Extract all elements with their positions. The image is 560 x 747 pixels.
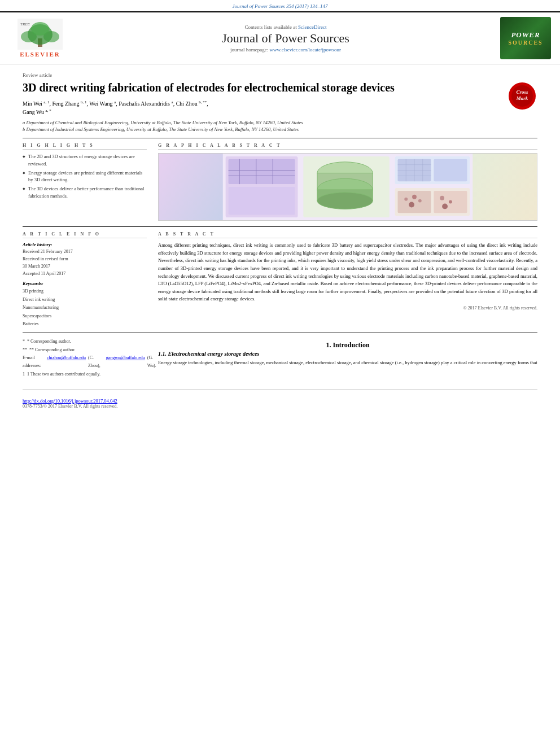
svg-point-37 bbox=[404, 198, 408, 201]
divider-2 bbox=[23, 226, 537, 227]
email1-link[interactable]: chizhou@buffalo.edu bbox=[47, 354, 86, 370]
journal-header-center: Contents lists available at ScienceDirec… bbox=[80, 24, 491, 53]
revised-label: Received in revised form bbox=[23, 256, 147, 263]
elsevier-logo: TREE ELSEVIER bbox=[9, 19, 71, 58]
received-date: Received 21 February 2017 bbox=[23, 248, 147, 256]
corresponding-1: ** Corresponding author. bbox=[23, 338, 147, 346]
svg-point-42 bbox=[449, 200, 452, 204]
crossmark-badge[interactable]: Cross Mark bbox=[506, 80, 537, 111]
svg-point-24 bbox=[317, 193, 373, 209]
crossmark-icon: Cross Mark bbox=[509, 82, 536, 110]
revised-date: 30 March 2017 bbox=[23, 263, 147, 270]
svg-rect-18 bbox=[229, 187, 295, 215]
highlights-column: H I G H L I G H T S The 2D and 3D struct… bbox=[23, 143, 147, 221]
footer-section: ** Corresponding author. **** Correspond… bbox=[23, 338, 537, 378]
email2-link[interactable]: gangwu@buffalo.edu bbox=[106, 354, 145, 370]
keyword-2: Direct ink writing bbox=[23, 296, 147, 304]
svg-point-43 bbox=[442, 204, 448, 209]
svg-text:TREE: TREE bbox=[20, 22, 30, 27]
keyword-5: Batteries bbox=[23, 320, 147, 328]
svg-point-5 bbox=[31, 22, 49, 36]
keywords-content: 3D printing Direct ink writing Nanomanuf… bbox=[23, 287, 147, 328]
keywords-label: Keywords: bbox=[23, 281, 147, 286]
article-info-column: A R T I C L E I N F O Article history: R… bbox=[23, 231, 147, 328]
intro-text: Energy storage technologies, including t… bbox=[158, 359, 537, 367]
accepted-date: Accepted 11 April 2017 bbox=[23, 270, 147, 278]
article-history-label: Article history: bbox=[23, 242, 147, 247]
authors-line: Min Wei a, 1, Feng Zhang b, 1, Wei Wang … bbox=[23, 99, 537, 117]
ps-logo-power: POWER bbox=[511, 30, 540, 40]
divider-3 bbox=[23, 333, 537, 333]
highlights-list: The 2D and 3D structures of energy stora… bbox=[23, 153, 147, 200]
affiliation-b: b Department of Industrial and Systems E… bbox=[23, 126, 537, 133]
intro-subsection: 1.1. Electrochemical energy storage devi… bbox=[158, 351, 537, 357]
issn-line: 0378-7753/© 2017 Elsevier B.V. All right… bbox=[23, 404, 537, 409]
email-line: E-mail addresses: chizhou@buffalo.edu (C… bbox=[23, 354, 147, 370]
journal-header: TREE ELSEVIER Contents lists available a… bbox=[0, 11, 560, 64]
svg-point-38 bbox=[412, 195, 417, 199]
graphical-abstract-image bbox=[158, 153, 537, 221]
article-history-content: Received 21 February 2017 Received in re… bbox=[23, 248, 147, 277]
graphical-abstract-column: G R A P H I C A L A B S T R A C T bbox=[158, 143, 537, 221]
article-info-abstract-section: A R T I C L E I N F O Article history: R… bbox=[23, 231, 537, 328]
svg-rect-35 bbox=[398, 191, 431, 213]
svg-point-40 bbox=[409, 202, 414, 208]
doi-issn-section: http://dx.doi.org/10.1016/j.jpowsour.201… bbox=[23, 390, 537, 409]
highlight-item: Energy storage devices are printed using… bbox=[23, 169, 147, 184]
elsevier-tree-icon: TREE bbox=[18, 19, 63, 50]
divider-1 bbox=[23, 138, 537, 138]
svg-text:Cross: Cross bbox=[516, 89, 528, 95]
footer-notes: ** Corresponding author. **** Correspond… bbox=[23, 338, 147, 378]
abstract-text: Among different printing techniques, dir… bbox=[158, 242, 537, 303]
power-sources-logo: POWER SOURCES bbox=[500, 17, 551, 59]
affiliations: a Department of Chemical and Biological … bbox=[23, 119, 537, 134]
paper-title: 3D direct writing fabrication of electro… bbox=[23, 80, 537, 95]
svg-rect-12 bbox=[229, 159, 295, 184]
keyword-3: Nanomanufacturing bbox=[23, 304, 147, 312]
affiliation-a: a Department of Chemical and Biological … bbox=[23, 119, 537, 126]
abstract-column: A B S T R A C T Among different printing… bbox=[158, 231, 537, 328]
svg-text:Mark: Mark bbox=[515, 95, 528, 101]
highlights-graphical-section: H I G H L I G H T S The 2D and 3D struct… bbox=[23, 143, 537, 221]
svg-point-41 bbox=[440, 196, 444, 200]
homepage-link[interactable]: www.elsevier.com/locate/jpowsour bbox=[270, 47, 341, 53]
keyword-4: Supercapacitors bbox=[23, 312, 147, 320]
journal-reference: Journal of Power Sources 354 (2017) 134–… bbox=[0, 0, 560, 11]
sciencedirect-anchor[interactable]: ScienceDirect bbox=[298, 24, 326, 30]
journal-title: Journal of Power Sources bbox=[80, 31, 491, 46]
corresponding-2: **** Corresponding author. bbox=[23, 346, 147, 354]
abstract-header: A B S T R A C T bbox=[158, 231, 537, 238]
journal-homepage: journal homepage: www.elsevier.com/locat… bbox=[80, 47, 491, 53]
footnote1: 11 These two authors contributed equally… bbox=[23, 370, 147, 378]
keyword-1: 3D printing bbox=[23, 287, 147, 295]
doi-link[interactable]: http://dx.doi.org/10.1016/j.jpowsour.201… bbox=[23, 398, 537, 404]
svg-rect-27 bbox=[434, 159, 467, 181]
elsevier-label: ELSEVIER bbox=[20, 51, 60, 58]
article-type: Review article bbox=[23, 72, 537, 78]
sciencedirect-link: Contents lists available at ScienceDirec… bbox=[80, 24, 491, 30]
graphical-abstract-header: G R A P H I C A L A B S T R A C T bbox=[158, 143, 537, 150]
introduction-section: 1. Introduction 1.1. Electrochemical ene… bbox=[158, 338, 537, 367]
highlight-item: The 3D devices deliver a better performa… bbox=[23, 185, 147, 200]
highlights-header: H I G H L I G H T S bbox=[23, 143, 147, 150]
copyright-notice: © 2017 Elsevier B.V. All rights reserved… bbox=[158, 305, 537, 311]
main-content: Review article 3D direct writing fabrica… bbox=[0, 64, 560, 413]
ps-logo-sources: SOURCES bbox=[508, 40, 542, 46]
highlight-item: The 2D and 3D structures of energy stora… bbox=[23, 153, 147, 168]
svg-point-39 bbox=[418, 199, 422, 203]
abstract-svg bbox=[159, 154, 537, 220]
intro-section-number: 1. Introduction bbox=[158, 338, 537, 351]
article-info-header: A R T I C L E I N F O bbox=[23, 231, 147, 238]
